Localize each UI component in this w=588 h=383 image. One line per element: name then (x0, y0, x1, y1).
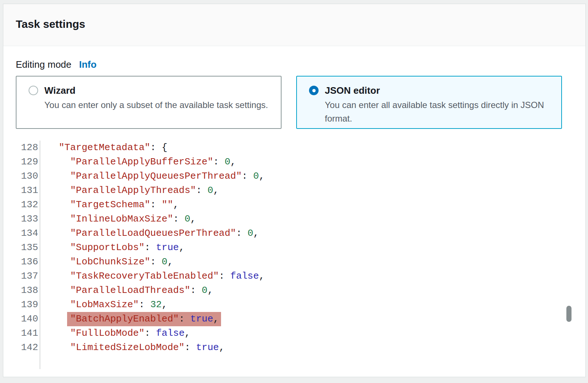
line-number (16, 355, 40, 369)
code-line[interactable]: 131 "ParallelApplyThreads": 0, (16, 183, 573, 198)
line-number: 140 (16, 312, 40, 326)
line-number: 129 (16, 155, 40, 169)
code-line[interactable]: 128 "TargetMetadata": { (16, 141, 573, 155)
wizard-radio-button[interactable] (29, 86, 38, 95)
panel-body: Editing mode Info Wizard You can enter o… (3, 58, 585, 369)
line-number: 131 (16, 183, 40, 198)
code-text (40, 355, 47, 369)
task-settings-panel: Task settings Editing mode Info Wizard Y… (3, 4, 586, 377)
code-line[interactable]: 132 "TargetSchema": "", (16, 198, 573, 212)
line-number: 142 (16, 341, 40, 355)
editing-mode-row: Editing mode Info (16, 58, 573, 71)
editing-mode-tiles: Wizard You can enter only a subset of th… (16, 76, 573, 129)
code-text: "ParallelApplyThreads": 0, (40, 183, 219, 198)
code-text: "BatchApplyEnabled": true, (40, 312, 221, 326)
highlighted-code: "BatchApplyEnabled": true, (67, 312, 221, 326)
code-line[interactable]: 140 "BatchApplyEnabled": true, (16, 312, 573, 326)
line-number: 138 (16, 283, 40, 298)
panel-header: Task settings (3, 4, 585, 46)
code-line[interactable]: 138 "ParallelLoadThreads": 0, (16, 283, 573, 298)
page: { "panel": { "title": "Task settings" },… (0, 0, 588, 383)
code-text: "ParallelApplyBufferSize": 0, (40, 155, 236, 169)
code-line[interactable]: 139 "LobMaxSize": 32, (16, 298, 573, 312)
wizard-tile-text: Wizard You can enter only a subset of th… (44, 84, 268, 112)
line-number: 136 (16, 255, 40, 269)
info-link[interactable]: Info (79, 58, 97, 71)
wizard-label: Wizard (44, 84, 268, 97)
code-line[interactable]: 135 "SupportLobs": true, (16, 241, 573, 255)
code-line[interactable]: 141 "FullLobMode": false, (16, 326, 573, 341)
line-number: 128 (16, 141, 40, 155)
line-number: 139 (16, 298, 40, 312)
code-text: "ParallelApplyQueuesPerThread": 0, (40, 169, 265, 183)
json-editor-tile-text: JSON editor You can enter all available … (325, 84, 554, 125)
line-number: 141 (16, 326, 40, 341)
code-line[interactable] (16, 355, 573, 369)
editing-mode-label: Editing mode (16, 58, 71, 71)
code-text: "TargetMetadata": { (40, 141, 168, 155)
code-line[interactable]: 142 "LimitedSizeLobMode": true, (16, 341, 573, 355)
code-line[interactable]: 136 "LobChunkSize": 0, (16, 255, 573, 269)
code-line[interactable]: 129 "ParallelApplyBufferSize": 0, (16, 155, 573, 169)
json-editor-label: JSON editor (325, 84, 554, 97)
wizard-description: You can enter only a subset of the avail… (44, 98, 268, 112)
code-line[interactable]: 130 "ParallelApplyQueuesPerThread": 0, (16, 169, 573, 183)
code-text: "ParallelLoadQueuesPerThread": 0, (40, 226, 259, 241)
code-text: "ParallelLoadThreads": 0, (40, 283, 213, 298)
json-editor-description: You can enter all available task setting… (325, 98, 554, 125)
code-text: "TargetSchema": "", (40, 198, 179, 212)
editor-scrollbar-thumb[interactable] (566, 306, 572, 322)
tile-json-editor[interactable]: JSON editor You can enter all available … (296, 76, 562, 129)
code-text: "InlineLobMaxSize": 0, (40, 212, 196, 226)
json-editor-radio-button[interactable] (309, 86, 319, 95)
page-title: Task settings (16, 18, 573, 31)
code-text: "LobMaxSize": 32, (40, 298, 168, 312)
json-editor-area[interactable]: 128 "TargetMetadata": {129 "ParallelAppl… (16, 141, 573, 369)
code-line[interactable]: 134 "ParallelLoadQueuesPerThread": 0, (16, 226, 573, 241)
line-number: 137 (16, 269, 40, 283)
line-number: 135 (16, 241, 40, 255)
code-text: "LimitedSizeLobMode": true, (40, 341, 225, 355)
code-line[interactable]: 137 "TaskRecoveryTableEnabled": false, (16, 269, 573, 283)
line-number: 134 (16, 226, 40, 241)
code-text: "TaskRecoveryTableEnabled": false, (40, 269, 265, 283)
code-text: "SupportLobs": true, (40, 241, 185, 255)
line-number: 133 (16, 212, 40, 226)
code-text: "FullLobMode": false, (40, 326, 190, 341)
line-number: 132 (16, 198, 40, 212)
tile-wizard[interactable]: Wizard You can enter only a subset of th… (16, 76, 282, 129)
code-line[interactable]: 133 "InlineLobMaxSize": 0, (16, 212, 573, 226)
line-number: 130 (16, 169, 40, 183)
code-text: "LobChunkSize": 0, (40, 255, 173, 269)
